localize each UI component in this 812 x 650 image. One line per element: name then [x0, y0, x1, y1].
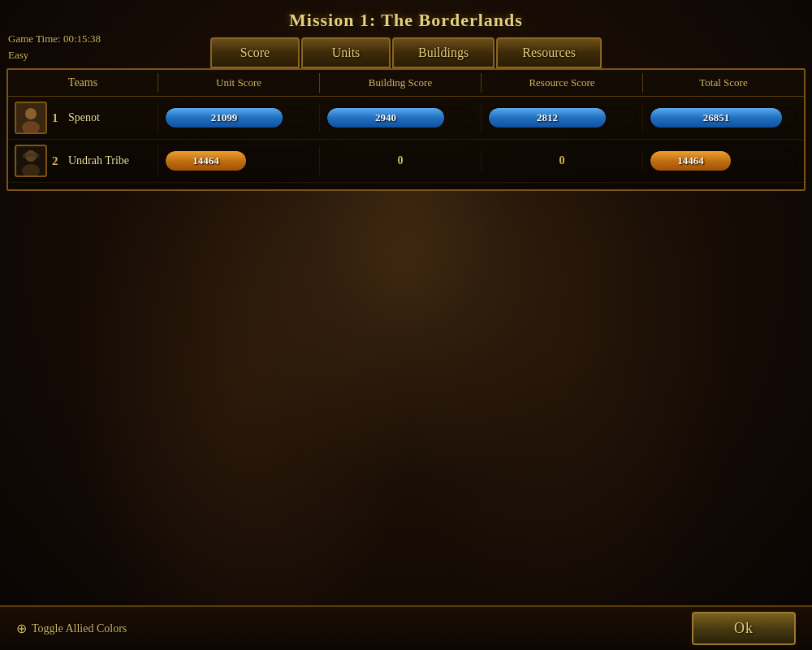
total-score-value-1: 26851: [703, 111, 730, 124]
building-score-header: Building Score: [320, 73, 482, 93]
unit-score-cell-2: 14464: [158, 147, 320, 175]
svg-point-1: [25, 108, 37, 119]
building-score-bar-1: 2940: [326, 107, 474, 128]
resource-bar-fill-1: 2812: [489, 108, 606, 128]
unit-bar-fill-1: 21099: [166, 108, 283, 128]
unit-score-bar-2: 14464: [165, 150, 313, 171]
total-bar-fill-2: 14464: [650, 151, 731, 171]
game-time: Game Time: 00:15:38: [8, 31, 101, 47]
svg-rect-7: [23, 154, 25, 158]
toggle-allied-colors-button[interactable]: ⊕ Toggle Allied Colors: [16, 621, 127, 636]
total-score-header: Total Score: [643, 73, 804, 93]
building-bar-fill-1: 2940: [327, 108, 444, 128]
building-score-value-1: 2940: [375, 111, 396, 124]
teams-header: Teams: [8, 73, 158, 93]
player-info-1: 1 Spenot: [8, 102, 158, 134]
toggle-icon: ⊕: [16, 621, 27, 636]
page-title: Mission 1: The Borderlands: [0, 0, 812, 36]
svg-rect-8: [37, 154, 39, 158]
total-score-bar-2: 14464: [650, 150, 797, 171]
tab-units[interactable]: Units: [301, 37, 391, 68]
building-score-cell-1: 2940: [320, 104, 482, 132]
resource-score-value-2: 0: [488, 154, 636, 167]
svg-rect-6: [24, 153, 37, 157]
table-row: 1 Spenot 21099 2940: [8, 97, 804, 140]
total-score-cell-1: 26851: [643, 104, 804, 132]
score-cols-1: 21099 2940 2812: [158, 104, 804, 132]
game-info: Game Time: 00:15:38 Easy: [8, 31, 101, 63]
avatar-1: [15, 102, 47, 134]
unit-score-value-2: 14464: [192, 154, 219, 167]
bottom-bar: ⊕ Toggle Allied Colors Ok: [0, 605, 812, 650]
column-headers: Teams Unit Score Building Score Resource…: [8, 70, 804, 97]
total-score-bar-1: 26851: [650, 107, 797, 128]
resource-score-bar-1: 2812: [488, 107, 636, 128]
score-panel: Teams Unit Score Building Score Resource…: [6, 68, 806, 191]
resource-score-value-1: 2812: [537, 111, 558, 124]
score-cols-2: 14464 0 0 14464: [158, 147, 804, 175]
player-info-2: 2 Undrah Tribe: [8, 145, 158, 177]
building-score-cell-2: 0: [320, 151, 482, 171]
total-score-value-2: 14464: [677, 154, 704, 167]
difficulty: Easy: [8, 47, 101, 63]
table-row: 2 Undrah Tribe 14464 0 0: [8, 140, 804, 183]
resource-score-header: Resource Score: [482, 73, 643, 93]
main-tabs: Score Units Buildings Resources: [0, 37, 812, 68]
total-score-cell-2: 14464: [643, 147, 804, 175]
unit-score-bar-1: 21099: [165, 107, 313, 128]
building-score-value-2: 0: [326, 154, 474, 167]
tab-resources[interactable]: Resources: [496, 37, 602, 68]
unit-bar-fill-2: 14464: [166, 151, 246, 171]
player-name-1: Spenot: [68, 111, 100, 124]
resource-score-cell-1: 2812: [482, 104, 643, 132]
ok-button[interactable]: Ok: [692, 612, 796, 645]
player-rank-1: 1: [52, 111, 63, 125]
unit-score-value-1: 21099: [211, 111, 238, 124]
tab-buildings[interactable]: Buildings: [392, 37, 495, 68]
player-name-2: Undrah Tribe: [68, 154, 129, 167]
avatar-2: [15, 145, 47, 177]
unit-score-header: Unit Score: [158, 73, 320, 93]
toggle-label: Toggle Allied Colors: [32, 622, 127, 635]
resource-score-cell-2: 0: [482, 151, 643, 171]
tab-score[interactable]: Score: [210, 37, 300, 68]
total-bar-fill-1: 26851: [650, 108, 782, 128]
player-rank-2: 2: [52, 154, 63, 168]
unit-score-cell-1: 21099: [158, 104, 320, 132]
